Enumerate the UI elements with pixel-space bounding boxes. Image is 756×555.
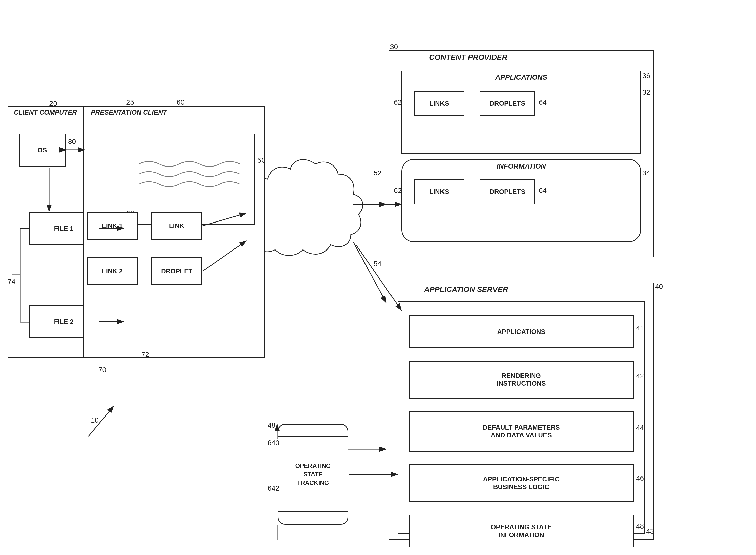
svg-line-22 (88, 406, 114, 436)
ref-50: 50 (257, 157, 265, 165)
cp-droplets-box: DROPLETS (480, 91, 535, 116)
link1-label: LINK 1 (102, 222, 123, 230)
ref-60: 60 (177, 98, 185, 106)
cp-info-links-box: LINKS (414, 179, 465, 204)
app-specific-box: APPLICATION-SPECIFIC BUSINESS LOGIC (409, 464, 634, 502)
ref-48b: 48 (636, 522, 644, 530)
ref-64b: 64 (539, 187, 547, 195)
ref-41: 41 (636, 324, 644, 332)
link2-box: LINK 2 (87, 257, 137, 285)
ref-74: 74 (8, 278, 15, 286)
os-label: OS (38, 146, 47, 154)
ref-642: 642 (268, 484, 279, 493)
ref-30: 30 (390, 43, 398, 51)
ref-32: 32 (642, 88, 650, 96)
file1-label: FILE 1 (54, 224, 74, 232)
cp-links-box: LINKS (414, 91, 465, 116)
ref10-arrow (76, 398, 126, 444)
ref-40: 40 (655, 283, 663, 291)
default-params-box: DEFAULT PARAMETERS AND DATA VALUES (409, 411, 634, 452)
presentation-client-label: PRESENTATION CLIENT (91, 109, 167, 116)
ref-46: 46 (636, 474, 644, 482)
ref-62b: 62 (394, 187, 402, 195)
ref-34: 34 (642, 169, 650, 177)
ref-36: 36 (642, 72, 650, 80)
ref-20: 20 (49, 100, 57, 108)
cp-info-droplets-label: DROPLETS (489, 188, 525, 196)
link1-box: LINK 1 (87, 212, 137, 240)
app-server-label: APPLICATION SERVER (424, 285, 508, 294)
os-box: OS (19, 134, 66, 167)
ref-43: 43 (646, 527, 654, 535)
cp-applications-label: APPLICATIONS (495, 74, 547, 82)
app-specific-label: APPLICATION-SPECIFIC BUSINESS LOGIC (483, 475, 560, 491)
diagram: 10 CLIENT COMPUTER 20 OS 80 FILE 1 FILE … (0, 0, 756, 555)
content-display-box (129, 134, 255, 224)
cp-droplets-label: DROPLETS (489, 100, 525, 108)
op-tracking-cylinder: OPERATING STATE TRACKING (278, 424, 348, 525)
droplet-box: DROPLET (152, 257, 202, 285)
link2-label: LINK 2 (102, 267, 123, 275)
svg-line-13 (353, 242, 386, 303)
op-state-info-label: OPERATING STATE INFORMATION (491, 523, 552, 539)
file2-label: FILE 2 (54, 318, 74, 326)
cp-links-label: LINKS (429, 100, 449, 108)
ref-44: 44 (636, 424, 644, 432)
ref-80: 80 (68, 137, 76, 145)
rendering-box: RENDERING INSTRUCTIONS (409, 361, 634, 398)
ref-62a: 62 (394, 98, 402, 106)
link-box: LINK (152, 212, 202, 240)
ref-72: 72 (142, 351, 149, 359)
default-params-label: DEFAULT PARAMETERS AND DATA VALUES (483, 424, 560, 439)
ref-42: 42 (636, 372, 644, 380)
rendering-label: RENDERING INSTRUCTIONS (497, 372, 546, 387)
as-applications-box: APPLICATIONS (409, 315, 634, 348)
ref-25: 25 (126, 98, 134, 106)
cp-info-links-label: LINKS (429, 188, 449, 196)
ref-70: 70 (98, 366, 106, 374)
ref-54: 54 (373, 260, 382, 268)
cp-info-droplets-box: DROPLETS (480, 179, 535, 204)
ref-640: 640 (268, 439, 279, 447)
op-tracking-label: OPERATING STATE TRACKING (295, 462, 331, 487)
droplet-label: DROPLET (161, 267, 192, 275)
link-label: LINK (169, 222, 185, 230)
as-applications-label: APPLICATIONS (497, 328, 546, 336)
content-provider-label: CONTENT PROVIDER (429, 53, 507, 61)
op-state-info-box: OPERATING STATE INFORMATION (409, 515, 634, 547)
ref-52: 52 (373, 169, 382, 177)
ref-64a: 64 (539, 98, 547, 106)
ref-48: 48 (268, 421, 275, 429)
client-computer-label: CLIENT COMPUTER (14, 109, 77, 116)
cp-information-label: INFORMATION (496, 162, 546, 170)
wavy-lines (134, 154, 250, 204)
